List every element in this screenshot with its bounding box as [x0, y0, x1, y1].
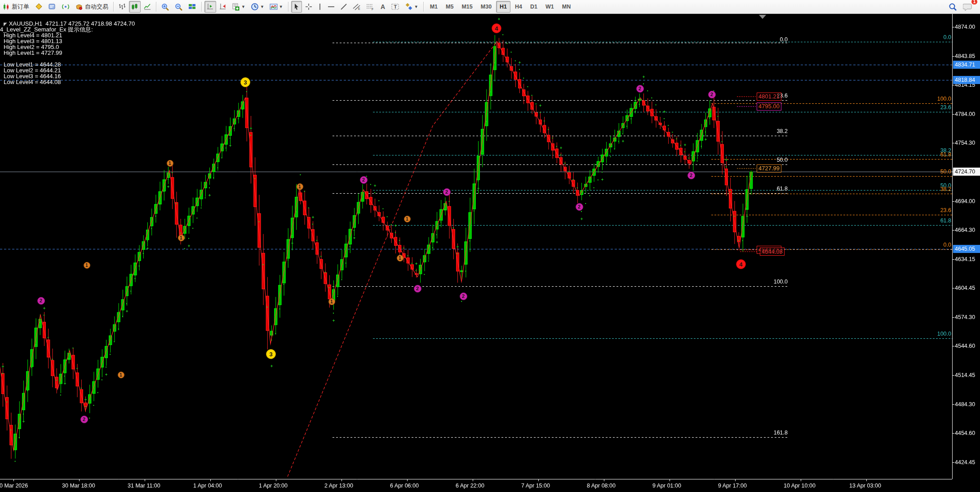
svg-text:F: F — [372, 8, 373, 10]
zoom-in-button[interactable] — [159, 1, 172, 13]
candle-chart-button[interactable] — [129, 1, 141, 13]
semafor-high-levels: High Level4 = 4801.21High Level3 = 4801.… — [0, 32, 62, 56]
svg-text:A: A — [381, 3, 385, 10]
mt4-window: 新订单自动交易▼▼▼EFAT▼M1M5M15M30H1H4D1W1MN1 ◤XA… — [0, 0, 980, 492]
chevron-down-icon[interactable]: ▼ — [279, 4, 283, 9]
fib-orange-level-label: 100.0 — [920, 96, 951, 102]
chevron-down-icon[interactable]: ▼ — [414, 4, 418, 9]
search-button[interactable] — [946, 1, 960, 13]
navigator-button[interactable] — [46, 1, 58, 13]
price-tick: 4484.30 — [955, 401, 975, 408]
templates-button[interactable]: ▼ — [267, 1, 285, 13]
time-tick: 6 Apr 06:00 — [390, 483, 419, 489]
timeframe-h1-button[interactable]: H1 — [496, 1, 510, 13]
cursor-button[interactable] — [291, 1, 302, 13]
price-tick: 4664.30 — [955, 227, 975, 233]
zoom-out-button[interactable] — [173, 1, 185, 13]
semafor-price-label[interactable]: 4795.00 — [757, 102, 781, 111]
fib-orange-level-label: 0.0 — [920, 242, 951, 248]
bar-chart-button[interactable] — [116, 1, 128, 13]
price-axis[interactable]: 4874.004843.854814.154784.004754.304724.… — [953, 13, 980, 479]
semafor-orange-badge: 1 — [84, 262, 90, 269]
diamond-icon — [35, 3, 43, 10]
semafor-price-label[interactable]: 4727.99 — [757, 164, 781, 173]
fibo-icon: F — [366, 3, 374, 10]
semafor-magenta-badge: 2 — [636, 85, 644, 93]
channel-button[interactable]: E — [350, 1, 363, 13]
vline-icon — [318, 3, 322, 10]
time-tick: 9 Apr 17:00 — [718, 483, 747, 489]
signals-button[interactable] — [59, 1, 72, 13]
semafor-magenta-badge: 2 — [37, 297, 45, 305]
auto-scroll-button[interactable] — [204, 1, 216, 13]
labelt-icon: T — [391, 3, 399, 10]
chevron-down-icon[interactable]: ▼ — [260, 4, 264, 9]
semafor-orange-badge: 1 — [178, 235, 185, 241]
time-tick: 13 Apr 03:00 — [849, 483, 881, 489]
toolbar-separator — [113, 2, 114, 12]
periods-button[interactable]: ▼ — [248, 1, 266, 13]
fib-white-level-label: 161.8 — [756, 430, 788, 436]
timeframe-m15-button[interactable]: M15 — [458, 1, 476, 13]
timeframe-d1-button[interactable]: D1 — [527, 1, 541, 13]
fib-orange-level-label: 50.0 — [920, 168, 951, 175]
linechart-icon — [144, 3, 151, 10]
auto-trading-button-label: 自动交易 — [85, 3, 108, 11]
fib-white-level-label: 38.2 — [756, 128, 788, 134]
new-order-button[interactable]: 新订单 — [0, 1, 31, 13]
semafor-magenta-badge: 2 — [460, 293, 467, 300]
timeframe-h4-button[interactable]: H4 — [511, 1, 526, 13]
price-tick: 4454.60 — [955, 430, 975, 436]
bars-icon — [119, 3, 126, 10]
semafor-orange-badge: 1 — [167, 160, 173, 167]
clock-icon — [251, 3, 259, 11]
timeframe-m5-button[interactable]: M5 — [442, 1, 457, 13]
time-tick: 6 Apr 22:00 — [456, 483, 484, 489]
new-chart-button[interactable]: ▼ — [230, 1, 248, 13]
time-axis[interactable]: 30 Mar 202630 Mar 18:0031 Mar 11:001 Apr… — [0, 480, 980, 492]
chart-shift-marker[interactable] — [759, 15, 766, 19]
shapes-icon — [405, 3, 413, 10]
autotrade-icon — [75, 3, 83, 10]
text-button[interactable]: A — [377, 1, 388, 13]
indicator-info-line: Low Level4 = 4644.08 — [4, 79, 61, 85]
time-tick: 9 Apr 01:00 — [652, 483, 681, 489]
price-tick: 4843.85 — [955, 53, 975, 59]
semafor-price-label[interactable]: 4801.21 — [757, 93, 781, 101]
vline-button[interactable] — [315, 1, 324, 13]
tile-windows-button[interactable] — [186, 1, 199, 13]
time-tick: 30 Mar 18:00 — [62, 483, 95, 489]
fib-white-level-label: 61.8 — [756, 186, 788, 192]
crosshair-button[interactable] — [303, 1, 315, 13]
timeframe-mn-button[interactable]: MN — [559, 1, 574, 13]
time-tick: 8 Apr 08:00 — [587, 483, 616, 489]
timeframe-m1-button[interactable]: M1 — [426, 1, 441, 13]
trendline-icon — [340, 3, 347, 10]
toolbar-separator — [288, 2, 288, 12]
label-button[interactable]: T — [389, 1, 402, 13]
trendline-button[interactable] — [338, 1, 350, 13]
auto-trading-button[interactable]: 自动交易 — [73, 1, 111, 13]
signal-icon — [62, 3, 70, 10]
timeframe-m30-button[interactable]: M30 — [477, 1, 495, 13]
chevron-down-icon[interactable]: ▼ — [241, 4, 245, 9]
current-price-badge: 4724.70 — [953, 168, 980, 176]
chart-shift-button[interactable] — [217, 1, 229, 13]
hline-button[interactable] — [325, 1, 337, 13]
semafor-price-label[interactable]: 4644.08 — [760, 248, 785, 256]
chart-canvas[interactable] — [0, 0, 980, 492]
notifications-chat-button[interactable]: 1 — [961, 1, 975, 13]
time-tick: 1 Apr 04:00 — [193, 483, 222, 489]
timeframe-w1-button[interactable]: W1 — [542, 1, 558, 13]
market-watch-button[interactable] — [32, 1, 45, 13]
fib-teal-level-label: 0.0 — [920, 34, 951, 40]
notification-count-badge: 1 — [971, 0, 978, 5]
svg-text:E: E — [358, 7, 360, 10]
tiles-icon — [188, 3, 196, 10]
navigator-icon — [48, 3, 56, 10]
shapes-button[interactable]: ▼ — [403, 1, 421, 13]
line-chart-button[interactable] — [142, 1, 153, 13]
semafor-red-badge: 4 — [492, 23, 501, 33]
semafor-magenta-badge: 2 — [414, 285, 421, 293]
fibonacci-button[interactable]: F — [364, 1, 377, 13]
